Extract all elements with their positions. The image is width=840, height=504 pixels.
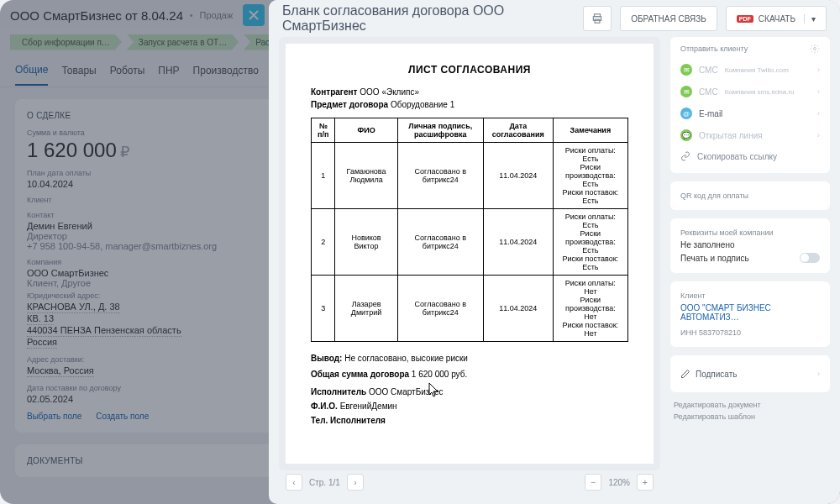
zoom-level: 120% <box>608 478 630 487</box>
client-name-link[interactable]: ООО "СМАРТ БИЗНЕС АВТОМАТИЗ… <box>670 303 830 325</box>
chevron-down-icon: ▾ <box>804 14 816 24</box>
requisites-value[interactable]: Не заполнено <box>670 240 830 253</box>
stamp-toggle[interactable] <box>800 253 820 263</box>
edit-template-link[interactable]: Редактировать шаблон <box>674 412 827 421</box>
pen-icon <box>680 369 690 379</box>
sms-icon: ✉ <box>680 64 692 76</box>
table-row: 1Гамаюнова ЛюдмилаСогласовано в битрикс2… <box>312 143 628 209</box>
chevron-right-icon: › <box>817 370 820 378</box>
chat-icon: 💬 <box>680 129 692 141</box>
requisites-header: Реквизиты моей компании <box>670 225 830 240</box>
client-inn: ИНН 5837078210 <box>670 325 830 340</box>
table-row: 2Новиков ВикторСогласовано в битрикс2411… <box>312 209 628 276</box>
table-row: 3Лазарев ДмитрийСогласовано в битрикс241… <box>312 276 628 342</box>
qr-section[interactable]: QR код для оплаты <box>670 188 830 203</box>
send-email[interactable]: @E-mail› <box>670 102 830 124</box>
chevron-right-icon: › <box>817 131 820 139</box>
print-button[interactable] <box>583 6 612 31</box>
send-sms-edna[interactable]: ✉СМС Компания sms.edna.ru› <box>670 81 830 102</box>
chevron-right-icon: › <box>817 87 820 96</box>
chevron-right-icon: › <box>817 109 820 118</box>
send-section-header: Отправить клиенту <box>680 45 748 53</box>
link-icon <box>680 151 690 161</box>
zoom-in-button[interactable]: + <box>637 474 654 491</box>
doc-heading: ЛИСТ СОГЛАСОВАНИЯ <box>311 64 628 76</box>
document-page: ЛИСТ СОГЛАСОВАНИЯ Контрагент ООО «Эклипс… <box>286 44 654 464</box>
chevron-right-icon: › <box>817 66 820 74</box>
sms-icon: ✉ <box>680 86 692 97</box>
print-icon <box>591 13 603 24</box>
gear-icon[interactable] <box>810 44 820 54</box>
document-modal: Бланк согласования договора ООО СмартБиз… <box>269 0 840 504</box>
document-viewport[interactable]: ЛИСТ СОГЛАСОВАНИЯ Контрагент ООО «Эклипс… <box>279 37 660 470</box>
modal-overlay: Бланк согласования договора ООО СмартБиз… <box>0 0 840 504</box>
approval-table: № п/пФИОЛичная подпись, расшифровкаДата … <box>311 118 628 342</box>
next-page-button[interactable]: › <box>347 474 364 491</box>
email-icon: @ <box>680 108 692 119</box>
prev-page-button[interactable]: ‹ <box>286 474 302 491</box>
modal-title: Бланк согласования договора ООО СмартБиз… <box>282 3 575 34</box>
sign-button[interactable]: Подписать › <box>670 362 830 386</box>
page-info: Стр. 1/1 <box>309 478 340 487</box>
copy-link[interactable]: Скопировать ссылку <box>670 146 830 166</box>
stamp-toggle-label: Печать и подпись <box>680 254 749 263</box>
feedback-button[interactable]: ОБРАТНАЯ СВЯЗЬ <box>620 6 717 31</box>
edit-document-link[interactable]: Редактировать документ <box>674 401 827 409</box>
pdf-badge-icon: PDF <box>737 15 753 23</box>
zoom-out-button[interactable]: − <box>585 474 601 491</box>
send-open-line[interactable]: 💬Открытая линия› <box>670 124 830 146</box>
svg-point-3 <box>814 48 816 50</box>
client-header: Клиент <box>670 288 830 303</box>
download-button[interactable]: PDF СКАЧАТЬ ▾ <box>726 6 827 31</box>
send-sms-twilio[interactable]: ✉СМС Компания Twilio.com› <box>670 59 830 81</box>
